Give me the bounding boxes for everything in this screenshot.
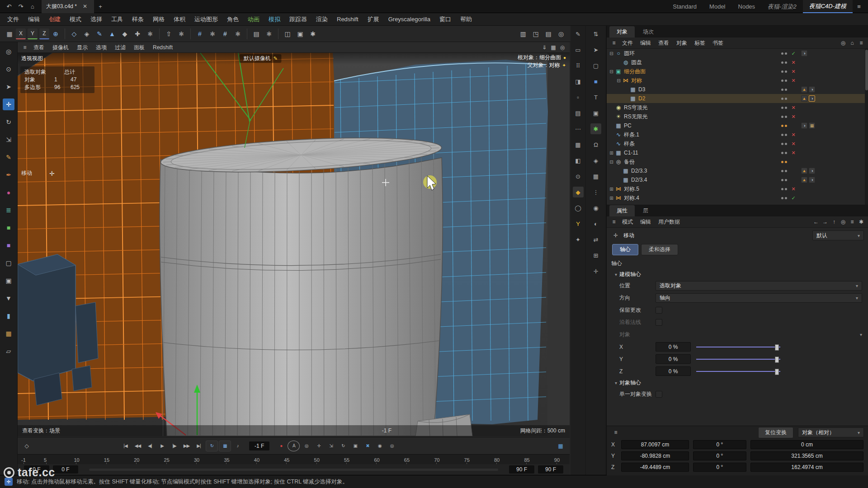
polygon-object-icon[interactable]: ▦ <box>614 122 623 129</box>
schedule-icon[interactable]: ▤ <box>542 28 554 40</box>
spline-icon[interactable]: ∿ <box>614 141 623 147</box>
keep-changes-checkbox[interactable] <box>656 307 662 314</box>
visibility-dots[interactable] <box>781 125 787 127</box>
snap-icon[interactable]: # <box>194 28 206 40</box>
current-state-to-object-icon[interactable]: ◈ <box>81 28 93 40</box>
object-label[interactable]: 细分曲面 <box>624 68 646 75</box>
camera-icon[interactable]: ◉ <box>590 202 601 213</box>
document-tab[interactable]: 大腿03.c4d * ✕ <box>42 0 94 13</box>
dots-grid-icon[interactable]: ⠿ <box>573 60 584 71</box>
timeline-ruler[interactable]: -151015202530354045505560657075808590 <box>18 454 570 465</box>
attribute-tab[interactable]: 层 <box>636 205 656 216</box>
character-settings-icon[interactable]: ✱ <box>144 28 156 40</box>
axis-settings-icon[interactable]: ✱ <box>175 28 187 40</box>
subdivision-surface-icon[interactable]: ▣ <box>614 68 623 75</box>
expand-toggle-icon[interactable]: ⊟ <box>609 51 614 56</box>
object-row[interactable]: ☀RS无限光✕ <box>607 112 868 121</box>
dashed-box-icon[interactable]: ▫ <box>573 92 584 103</box>
save-capture-icon[interactable]: ◳ <box>530 28 542 40</box>
enabled-mark-icon[interactable]: ✓ <box>790 51 797 56</box>
axis-z-button[interactable]: Z <box>39 28 49 39</box>
object-row[interactable]: ⊟▣细分曲面✕ <box>607 67 868 76</box>
object-label[interactable]: D2/3.4 <box>631 177 647 183</box>
visibility-dots[interactable] <box>781 188 787 190</box>
viewport-menu-item[interactable]: 显示 <box>73 42 92 53</box>
menubar-item[interactable]: 工具 <box>107 13 127 26</box>
axis-x-button[interactable]: X <box>16 28 26 39</box>
visibility-dots[interactable] <box>781 98 787 100</box>
polygon-selection-tag-icon[interactable]: ▲ <box>801 95 807 102</box>
object-row[interactable]: ▦D2▲◑ <box>607 94 868 103</box>
object-label[interactable]: 对称.5 <box>624 185 639 193</box>
play-button[interactable]: ▶ <box>156 441 168 451</box>
menubar-item[interactable]: 窗口 <box>435 13 456 26</box>
object-row[interactable]: ∿样条.1✕ <box>607 130 868 139</box>
sphere-brush-icon[interactable]: ● <box>3 187 14 198</box>
polygon-selection-tag-icon[interactable]: ▲ <box>801 177 807 183</box>
box-tool-icon[interactable]: ▢ <box>3 257 14 269</box>
viewport-menu-item[interactable]: Redshift <box>149 42 177 53</box>
symmetry-icon[interactable]: ⋈ <box>614 186 623 192</box>
object-row[interactable]: ◍圆盘✕ <box>607 58 868 67</box>
compare-view-icon[interactable]: ◎ <box>558 43 567 52</box>
workplane-settings-icon[interactable]: ✱ <box>263 28 275 40</box>
solo-button[interactable]: ◎ <box>386 441 397 451</box>
layout-tab[interactable]: Nodes <box>732 0 762 13</box>
home-icon[interactable]: ⌂ <box>848 39 857 47</box>
object-row[interactable]: ⊞⋈对称.5✕ <box>607 184 868 193</box>
brush-tool-icon[interactable]: ✒ <box>3 169 14 181</box>
render-view-icon[interactable]: ◫ <box>282 28 293 40</box>
grid-2-icon[interactable]: ▦ <box>590 171 601 182</box>
record-scale-button[interactable]: ⇲ <box>325 441 336 451</box>
axis-y-button[interactable]: Y <box>28 28 38 39</box>
tool-mode-button[interactable]: 柔和选择 <box>641 244 678 255</box>
swap-horizontal-icon[interactable]: ⇄ <box>590 234 601 245</box>
object-row[interactable]: ▦D2/3.3▲◑ <box>607 166 868 175</box>
sparkle-icon[interactable]: ✦ <box>573 234 584 245</box>
range-start-field-2[interactable]: 0 F <box>53 465 78 474</box>
ellipsis-icon[interactable]: ⋯ <box>573 123 584 134</box>
disabled-mark-icon[interactable]: ✕ <box>790 141 797 147</box>
filter-icon[interactable]: ≡ <box>848 218 857 226</box>
sound-button[interactable]: ♪ <box>232 441 243 451</box>
object-row[interactable]: ▦PC◑▦ <box>607 121 868 130</box>
quantize-icon[interactable]: # <box>219 28 231 40</box>
selection-tool-icon[interactable]: ➤ <box>3 81 14 93</box>
axis-x-slider[interactable] <box>696 343 780 351</box>
disabled-mark-icon[interactable]: ✕ <box>790 150 797 156</box>
fcurve-chart-icon[interactable]: ▦ <box>556 442 565 450</box>
cube-green-icon[interactable]: ■ <box>3 222 14 234</box>
object-label[interactable]: 圆环 <box>624 50 635 57</box>
group-header[interactable]: ▾建模轴心 <box>607 269 868 280</box>
character-tool-icon[interactable]: ✚ <box>132 28 143 40</box>
cube-blue-icon[interactable]: ■ <box>590 76 601 87</box>
cursor-icon[interactable]: ➤ <box>590 44 601 55</box>
object-label[interactable]: 对称.4 <box>624 194 639 202</box>
menubar-item[interactable]: 样条 <box>127 13 148 26</box>
object-row[interactable]: ◉RS穹顶光✕ <box>607 103 868 112</box>
scale-tool-icon[interactable]: ⇲ <box>3 134 14 145</box>
pin-tool-icon[interactable]: ▼ <box>3 292 14 304</box>
gray-cylinder-mesh[interactable] <box>160 132 443 436</box>
enabled-mark-icon[interactable]: ✓ <box>790 195 797 201</box>
go-end-button[interactable]: ▶| <box>193 441 204 451</box>
object-manager-tab[interactable]: 场次 <box>636 26 661 38</box>
menubar-item[interactable]: Greyscalegorilla <box>384 13 435 26</box>
motion-system-button[interactable]: ◉ <box>374 441 385 451</box>
object-row[interactable]: ⊟⋈对称✕ <box>607 76 868 85</box>
diamond-icon[interactable]: ◈ <box>590 155 601 166</box>
rows-icon[interactable]: ▤ <box>573 108 584 118</box>
menubar-item[interactable]: 体积 <box>169 13 190 26</box>
viewport-menu-item[interactable]: 查看 <box>29 42 48 53</box>
polygon-pen-icon[interactable]: ✎ <box>94 28 105 40</box>
polygon-object-icon[interactable]: ▦ <box>614 150 623 156</box>
save-view-icon[interactable]: ▦ <box>549 43 558 52</box>
dashed-column-icon[interactable]: ⋮ <box>590 187 601 197</box>
camera-label[interactable]: 默认摄像机 ✎ <box>240 54 282 63</box>
axis-mode-icon[interactable]: ⇧ <box>163 28 175 40</box>
menubar-item[interactable]: 模拟 <box>264 13 285 26</box>
snap-settings-icon[interactable]: ✱ <box>207 28 218 40</box>
prev-frame-button[interactable]: ◀| <box>144 441 156 451</box>
visibility-dots[interactable] <box>781 179 787 181</box>
menubar-item[interactable]: 模式 <box>65 13 86 26</box>
